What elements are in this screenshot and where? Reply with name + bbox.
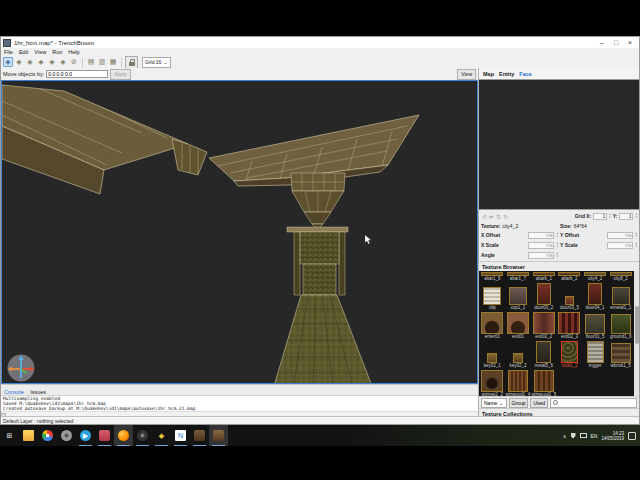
taskbar-app-icon[interactable] xyxy=(42,430,53,441)
group-toggle-button[interactable]: Group xyxy=(509,398,529,408)
menu-item[interactable]: View xyxy=(31,49,49,55)
texture-item[interactable]: door03_2 xyxy=(531,283,556,311)
taskbar-item[interactable] xyxy=(190,425,209,446)
texture-thumbnail[interactable] xyxy=(537,283,551,305)
texture-thumbnail[interactable] xyxy=(481,370,503,392)
texture-thumbnail[interactable] xyxy=(481,312,503,334)
menu-item[interactable]: Run xyxy=(49,49,65,55)
taskbar-app-icon[interactable]: ▶ xyxy=(80,430,91,441)
texture-thumbnail[interactable] xyxy=(611,343,631,363)
taskbar-item[interactable] xyxy=(38,425,57,446)
texture-item[interactable]: key02_2 xyxy=(506,341,531,369)
taskbar-item[interactable] xyxy=(133,425,152,446)
language-indicator[interactable]: EN xyxy=(591,433,598,439)
tool-button[interactable]: ◈ xyxy=(3,57,13,67)
texture-item[interactable]: city4_2 xyxy=(583,272,608,282)
menu-item[interactable]: Edit xyxy=(16,49,31,55)
menu-item[interactable]: File xyxy=(1,49,16,55)
texture-lock-button[interactable] xyxy=(125,56,138,69)
texture-thumbnail[interactable] xyxy=(611,314,631,334)
taskbar-item[interactable] xyxy=(209,425,228,446)
texture-item[interactable]: metal5_6 xyxy=(531,341,556,369)
uv-tool-icon[interactable]: ⇄ xyxy=(488,213,495,220)
menu-item[interactable]: Help xyxy=(65,49,82,55)
action-center-icon[interactable] xyxy=(628,432,636,440)
texture-item[interactable]: wizwood1_4 xyxy=(506,370,531,396)
texture-thumbnail[interactable] xyxy=(585,314,605,334)
taskbar-app-icon[interactable]: ⊞ xyxy=(4,430,15,441)
texture-item[interactable]: cop1_1 xyxy=(506,283,531,311)
texture-item[interactable]: clip xyxy=(480,283,505,311)
display-icon[interactable] xyxy=(580,433,587,438)
x-scale-input[interactable]: n/a xyxy=(528,242,554,249)
taskbar-app-icon[interactable] xyxy=(118,430,129,441)
texture-item[interactable]: floor01_5 xyxy=(583,312,608,340)
texture-thumbnail[interactable] xyxy=(508,370,528,392)
texture-item[interactable]: trigger xyxy=(583,341,608,369)
taskbar-app-icon[interactable] xyxy=(213,430,224,441)
tool-button[interactable]: ⊘ xyxy=(69,57,79,67)
uv-tool-icon[interactable]: ↻ xyxy=(502,213,509,220)
tool-button[interactable]: ▤ xyxy=(86,57,96,67)
taskbar-app-icon[interactable] xyxy=(137,430,148,441)
texture-item[interactable]: exit02_2 xyxy=(531,312,556,340)
texture-thumbnail[interactable] xyxy=(612,287,630,305)
texture-item[interactable]: rock1_2 xyxy=(557,341,582,369)
tool-button[interactable]: ▥ xyxy=(97,57,107,67)
taskbar-item[interactable] xyxy=(114,425,133,446)
apply-button[interactable]: Apply xyxy=(110,69,131,80)
texture-item[interactable]: door04_1 xyxy=(583,283,608,311)
texture-item[interactable]: altar1_6 xyxy=(480,272,505,282)
texture-thumbnail[interactable] xyxy=(587,341,604,363)
panel-tab[interactable]: Face xyxy=(519,71,532,77)
grid-x-input[interactable]: 1 xyxy=(593,213,607,220)
taskbar-app-icon[interactable] xyxy=(194,430,205,441)
taskbar-item[interactable]: ▶ xyxy=(76,425,95,446)
tool-button[interactable]: ▦ xyxy=(108,57,118,67)
y-offset-input[interactable]: n/a xyxy=(607,232,633,239)
tool-button[interactable]: ◈ xyxy=(47,57,57,67)
taskbar-app-icon[interactable] xyxy=(23,430,34,441)
taskbar-clock[interactable]: 14:23 14/05/2019 xyxy=(601,431,624,441)
texture-browser-scrollbar[interactable] xyxy=(634,271,639,396)
texture-thumbnail[interactable] xyxy=(509,287,527,305)
console-log[interactable]: Depth buffer bits: 24Multisampling enabl… xyxy=(1,395,478,411)
grid-y-input[interactable]: 1 xyxy=(619,213,633,220)
texture-item[interactable]: exit02_3 xyxy=(557,312,582,340)
uv-tool-icon[interactable]: ↺ xyxy=(481,213,488,220)
texture-item[interactable]: key02_1 xyxy=(480,341,505,369)
defender-shield-icon[interactable] xyxy=(571,433,576,439)
move-objects-input[interactable] xyxy=(46,70,108,78)
x-offset-input[interactable]: n/a xyxy=(528,232,554,239)
texture-item[interactable]: exit01 xyxy=(506,312,531,340)
taskbar-app-icon[interactable] xyxy=(61,430,72,441)
taskbar-item[interactable]: ◆ xyxy=(152,425,171,446)
viewport-3d[interactable] xyxy=(1,80,478,384)
close-button[interactable]: × xyxy=(623,38,637,48)
taskbar-item[interactable] xyxy=(57,425,76,446)
texture-thumbnail[interactable] xyxy=(536,341,551,363)
tool-button[interactable]: ◈ xyxy=(36,57,46,67)
texture-item[interactable]: wbrick1_5 xyxy=(608,341,633,369)
texture-thumbnail[interactable] xyxy=(483,287,501,305)
taskbar-item[interactable]: ⊞ xyxy=(0,425,19,446)
panel-tab[interactable]: Map xyxy=(483,71,494,77)
texture-item[interactable]: ground1_6 xyxy=(608,312,633,340)
texture-item[interactable]: city8_2 xyxy=(608,272,633,282)
texture-search-input[interactable] xyxy=(559,399,634,406)
texture-thumbnail[interactable] xyxy=(588,283,602,305)
spinner[interactable]: ▴▾ xyxy=(609,213,611,219)
texture-item[interactable]: altarb_1 xyxy=(531,272,556,282)
y-scale-input[interactable]: n/a xyxy=(607,242,633,249)
panel-tab[interactable]: Entity xyxy=(499,71,514,77)
angle-input[interactable]: n/a xyxy=(528,252,554,259)
texture-item[interactable]: wizmet1_2 xyxy=(480,370,505,396)
taskbar-app-icon[interactable]: ◆ xyxy=(156,430,167,441)
grid-size-dropdown[interactable]: Grid 16 ⌄ xyxy=(142,57,171,68)
used-toggle-button[interactable]: Used xyxy=(530,398,548,408)
texture-thumbnail[interactable] xyxy=(558,312,580,334)
tool-button[interactable]: ◈ xyxy=(58,57,68,67)
texture-item[interactable]: door03_5 xyxy=(557,283,582,311)
texture-thumbnail[interactable] xyxy=(507,312,529,334)
taskbar-item[interactable] xyxy=(19,425,38,446)
